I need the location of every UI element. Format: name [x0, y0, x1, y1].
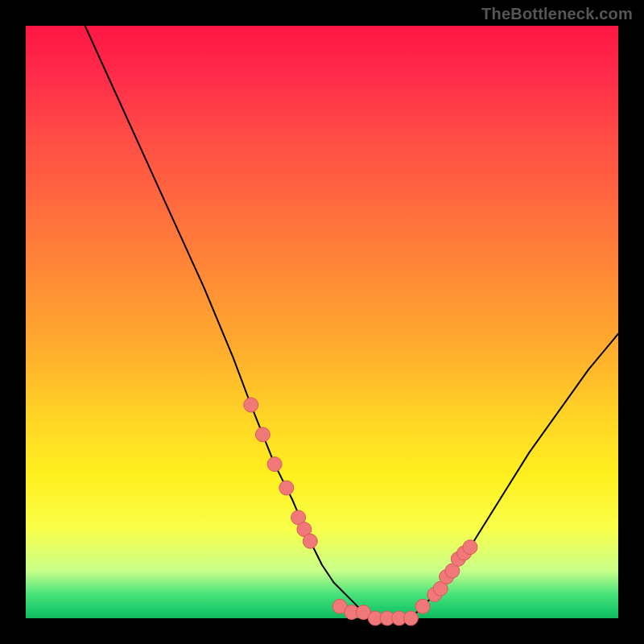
data-marker — [303, 534, 317, 548]
bottleneck-chart — [26, 26, 618, 618]
data-marker — [463, 540, 477, 555]
data-marker — [415, 599, 430, 613]
curve-path — [85, 26, 618, 618]
data-marker — [244, 398, 258, 412]
data-marker — [403, 611, 418, 625]
plot-area — [26, 26, 618, 618]
data-marker — [267, 457, 282, 472]
data-marker — [255, 427, 270, 442]
data-marker — [279, 481, 294, 495]
outer-frame: TheBottleneck.com — [0, 0, 644, 644]
watermark-text: TheBottleneck.com — [481, 5, 633, 23]
